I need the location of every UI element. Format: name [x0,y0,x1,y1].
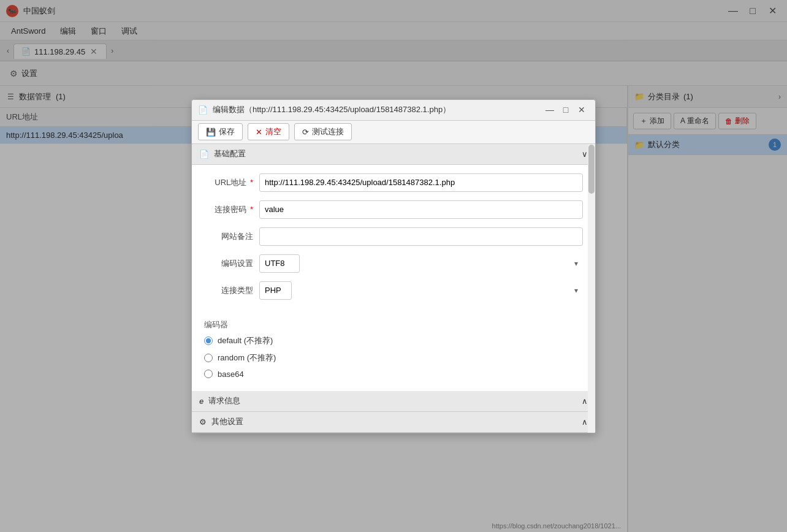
save-button[interactable]: 💾 保存 [198,123,243,140]
encoder-random-option[interactable]: random (不推荐) [204,352,583,363]
request-info-icon: e [199,397,203,406]
modal-close-button[interactable]: ✕ [574,103,589,116]
modal-body: 📄 基础配置 ∨ URL地址 * 连接密码 [192,144,595,433]
modal-overlay: 📄 编辑数据（http://111.198.29.45:43425/upload… [0,0,787,532]
clear-button[interactable]: ✕ 清空 [248,123,289,140]
encoder-random-radio[interactable] [204,354,213,362]
basic-config-section-header[interactable]: 📄 基础配置 ∨ [192,144,595,165]
clear-icon: ✕ [256,127,262,137]
encoder-base64-label: base64 [218,370,244,379]
encoder-section: 编码器 default (不推荐) random (不推荐) base64 [192,317,595,391]
encoding-select[interactable]: UTF8 GBK GB2312 BIG5 [259,254,300,273]
encoding-label: 编码设置 [204,258,253,269]
other-settings-section-header[interactable]: ⚙ 其他设置 ∧ [192,412,595,433]
conn-type-field-row: 连接类型 PHP ASP ASPX JSP [204,281,583,300]
conn-type-select[interactable]: PHP ASP ASPX JSP [259,281,292,300]
request-info-section-header[interactable]: e 请求信息 ∧ [192,391,595,412]
basic-config-form: URL地址 * 连接密码 * 网站备注 [192,165,595,317]
other-settings-icon: ⚙ [199,417,207,427]
modal-scrollbar[interactable] [588,144,595,433]
url-field-row: URL地址 * [204,173,583,192]
edit-dialog: 📄 编辑数据（http://111.198.29.45:43425/upload… [191,99,596,433]
basic-config-collapse-icon: ∨ [582,150,588,159]
url-input[interactable] [259,173,583,192]
other-settings-header-left: ⚙ 其他设置 [199,416,243,427]
conn-type-select-wrapper: PHP ASP ASPX JSP [259,281,583,300]
modal-title: 编辑数据（http://111.198.29.45:43425/upload/1… [213,104,451,115]
save-label: 保存 [219,126,235,137]
modal-titlebar-left: 📄 编辑数据（http://111.198.29.45:43425/upload… [198,104,451,115]
url-label: URL地址 * [204,177,253,188]
modal-toolbar: 💾 保存 ✕ 清空 ⟳ 测试连接 [192,121,595,144]
modal-title-icon: 📄 [198,105,208,115]
encoder-random-label: random (不推荐) [218,352,276,363]
password-required: * [250,205,253,214]
note-field-row: 网站备注 [204,227,583,246]
section-header-left: 📄 基础配置 [199,148,246,159]
password-label: 连接密码 * [204,204,253,215]
test-connection-button[interactable]: ⟳ 测试连接 [294,123,352,140]
conn-type-label: 连接类型 [204,285,253,296]
request-info-collapse-icon: ∧ [582,397,588,406]
password-input[interactable] [259,200,583,219]
password-field-row: 连接密码 * [204,200,583,219]
modal-scroll-thumb[interactable] [588,145,595,194]
encoder-label: 编码器 [204,319,583,330]
encoding-select-wrapper: UTF8 GBK GB2312 BIG5 [259,254,583,273]
clear-label: 清空 [265,126,281,137]
other-settings-label: 其他设置 [211,416,243,427]
modal-controls: — □ ✕ [542,103,589,116]
modal-titlebar: 📄 编辑数据（http://111.198.29.45:43425/upload… [192,100,595,121]
modal-maximize-button[interactable]: □ [558,103,573,116]
other-settings-collapse-icon: ∧ [582,417,588,427]
encoder-default-option[interactable]: default (不推荐) [204,335,583,346]
save-icon: 💾 [206,127,216,137]
encoder-default-radio[interactable] [204,336,213,345]
encoder-base64-option[interactable]: base64 [204,370,583,379]
note-input[interactable] [259,227,583,246]
note-label: 网站备注 [204,231,253,242]
test-label: 测试连接 [312,126,344,137]
encoder-default-label: default (不推荐) [218,335,273,346]
encoding-field-row: 编码设置 UTF8 GBK GB2312 BIG5 [204,254,583,273]
url-required: * [250,178,253,187]
basic-config-icon: 📄 [199,150,209,159]
modal-minimize-button[interactable]: — [542,103,557,116]
encoder-base64-radio[interactable] [204,370,213,378]
basic-config-label: 基础配置 [214,148,246,159]
request-info-header-left: e 请求信息 [199,395,240,406]
test-icon: ⟳ [302,127,309,137]
request-info-label: 请求信息 [208,395,240,406]
